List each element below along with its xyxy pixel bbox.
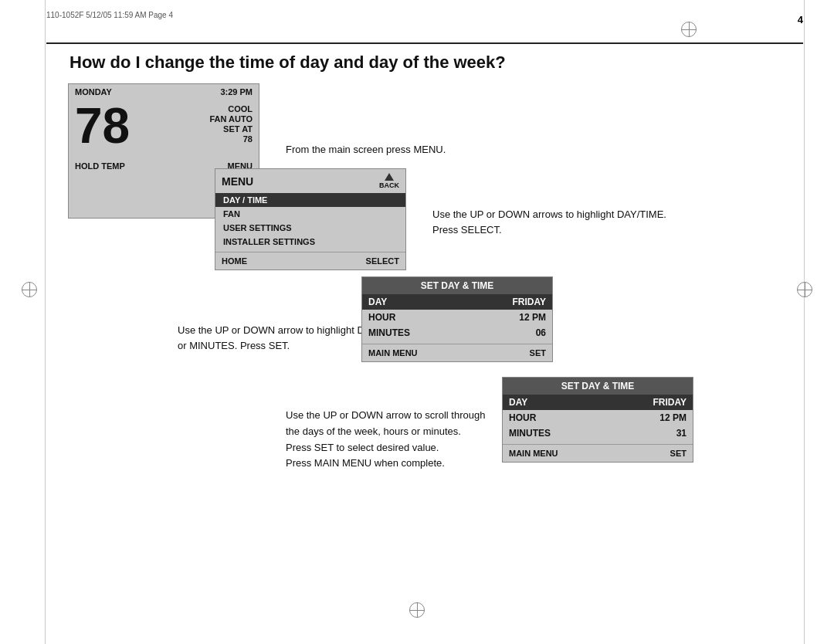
menu-home-label[interactable]: HOME — [222, 256, 247, 266]
set-day-row-day1[interactable]: DAY FRIDAY — [362, 294, 552, 310]
set-day-value-minutes2: 31 — [676, 428, 687, 439]
set-day-row-hour2[interactable]: HOUR 12 PM — [503, 410, 693, 425]
set-day-value-hour1: 12 PM — [519, 312, 546, 323]
set-day-value-minutes1: 06 — [536, 327, 546, 338]
menu-title-bar: MENU BACK — [215, 169, 405, 193]
set-day-row-day2[interactable]: DAY FRIDAY — [503, 395, 693, 410]
top-rule — [46, 42, 803, 44]
scroll-line1: Use the UP or DOWN arrow to scroll throu… — [286, 408, 485, 424]
set-day-value-hour2: 12 PM — [659, 412, 687, 423]
set-day-set1[interactable]: SET — [530, 348, 546, 358]
thermo-hold-temp: HOLD TEMP — [75, 161, 125, 171]
crosshair-mid-left — [22, 282, 37, 297]
thermo-right-info: COOL FAN AUTO SET AT 78 — [136, 104, 253, 144]
set-day-main-menu1[interactable]: MAIN MENU — [368, 348, 418, 358]
page-number: 4 — [798, 14, 803, 25]
set-day-bottom-bar2: MAIN MENU SET — [503, 444, 693, 462]
crosshair-top-right — [681, 22, 697, 37]
scroll-line3: Press SET to select desired value. — [286, 440, 485, 456]
set-day-row-minutes1[interactable]: MINUTES 06 — [362, 325, 552, 341]
set-day-label-minutes2: MINUTES — [509, 428, 551, 439]
thermo-set-at-label: SET AT — [136, 124, 253, 134]
thermo-time: 3:29 PM — [220, 87, 253, 97]
set-day-set2[interactable]: SET — [670, 449, 687, 458]
thermo-mode: COOL — [136, 104, 253, 114]
set-day-label-day2: DAY — [509, 397, 527, 408]
menu-item-day-time[interactable]: DAY / TIME — [215, 193, 405, 207]
thermo-day: MONDAY — [75, 87, 112, 97]
menu-title: MENU — [222, 175, 253, 188]
side-line-right — [804, 0, 805, 644]
label-up-down-scroll: Use the UP or DOWN arrow to scroll throu… — [286, 408, 485, 472]
set-day-value-day2: FRIDAY — [653, 397, 687, 408]
set-day-label-minutes1: MINUTES — [368, 327, 410, 338]
set-day-title1: SET DAY & TIME — [362, 277, 552, 294]
menu-item-installer-settings[interactable]: INSTALLER SETTINGS — [215, 235, 405, 249]
side-line-left — [45, 0, 46, 644]
thermo-temp: 78 — [75, 101, 130, 151]
scroll-line4: Press MAIN MENU when complete. — [286, 456, 485, 472]
menu-bottom-bar: HOME SELECT — [215, 252, 405, 269]
thermo-top-bar: MONDAY 3:29 PM — [69, 84, 259, 98]
main-heading: How do I change the time of day and day … — [70, 53, 506, 73]
thermo-main-area: 78 COOL FAN AUTO SET AT 78 — [69, 98, 259, 151]
set-day-label-hour2: HOUR — [509, 412, 536, 423]
label-up-down-menu-line2: Press SELECT. — [432, 222, 666, 238]
back-triangle-icon — [385, 173, 394, 181]
menu-item-user-settings[interactable]: USER SETTINGS — [215, 221, 405, 235]
menu-back-area[interactable]: BACK — [379, 173, 399, 189]
set-day-screen2: SET DAY & TIME DAY FRIDAY HOUR 12 PM MIN… — [502, 377, 693, 463]
crosshair-bottom-center — [409, 602, 425, 618]
crosshair-mid-right — [797, 282, 812, 297]
label-up-down-menu: Use the UP or DOWN arrows to highlight D… — [432, 207, 666, 237]
set-day-value-day1: FRIDAY — [512, 297, 546, 307]
set-day-row-minutes2[interactable]: MINUTES 31 — [503, 425, 693, 441]
set-day-label-day1: DAY — [368, 297, 387, 307]
label-from-main: From the main screen press MENU. — [286, 144, 446, 155]
set-day-bottom-bar1: MAIN MENU SET — [362, 344, 552, 361]
thermo-set-at-value: 78 — [136, 134, 253, 144]
scroll-line2: the days of the week, hours or minutes. — [286, 424, 485, 440]
menu-select-label[interactable]: SELECT — [366, 256, 399, 266]
set-day-screen1: SET DAY & TIME DAY FRIDAY HOUR 12 PM MIN… — [361, 276, 553, 362]
label-up-down-menu-line1: Use the UP or DOWN arrows to highlight D… — [432, 207, 666, 222]
set-day-row-hour1[interactable]: HOUR 12 PM — [362, 310, 552, 325]
print-meta: 110-1052F 5/12/05 11:59 AM Page 4 — [46, 11, 173, 19]
menu-item-fan[interactable]: FAN — [215, 207, 405, 221]
set-day-title2: SET DAY & TIME — [503, 378, 693, 395]
menu-screen: MENU BACK DAY / TIME FAN USER SETTINGS I… — [215, 168, 406, 270]
thermo-fan: FAN AUTO — [136, 114, 253, 124]
set-day-main-menu2[interactable]: MAIN MENU — [509, 449, 558, 458]
set-day-label-hour1: HOUR — [368, 312, 395, 323]
menu-back-label: BACK — [379, 181, 399, 189]
